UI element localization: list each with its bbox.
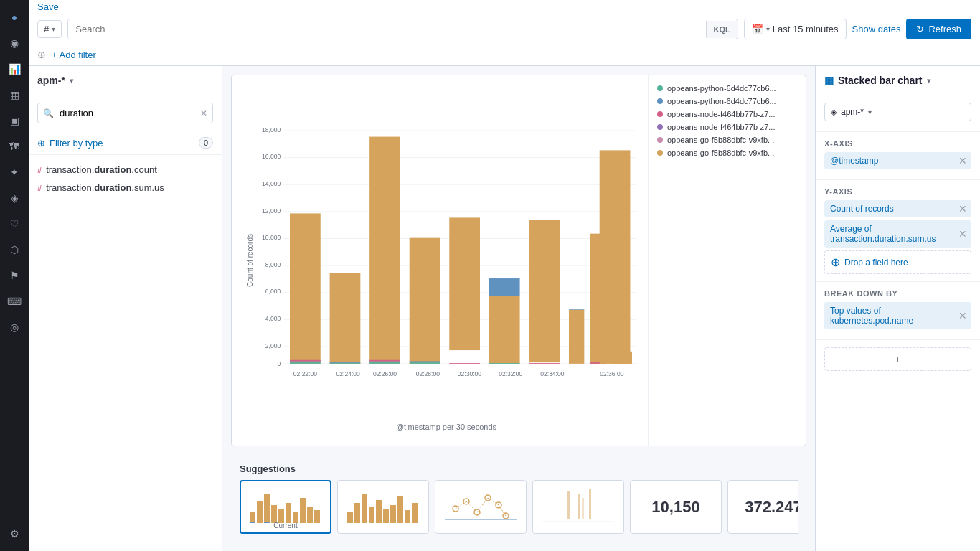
suggestion-card-3[interactable] [435, 480, 527, 534]
breakdown-remove-button[interactable]: ✕ [958, 311, 967, 321]
svg-rect-76 [397, 496, 403, 523]
svg-line-90 [499, 505, 506, 516]
field-item[interactable]: # transaction.duration.sum.us [29, 179, 222, 197]
right-panel: ▦ Stacked bar chart ▾ ◈ apm-* ▾ X-axis @… [815, 66, 980, 551]
refresh-button[interactable]: ↻ Refresh [906, 19, 971, 39]
svg-text:6,000: 6,000 [265, 288, 281, 295]
field-item[interactable]: # transaction.duration.count [29, 161, 222, 179]
svg-rect-35 [449, 363, 480, 364]
time-selector[interactable]: 📅 ▾ Last 15 minutes [744, 19, 847, 39]
svg-rect-62 [286, 503, 291, 523]
chart-area: Count of records [222, 66, 815, 551]
panel-chevron-icon: ▾ [70, 77, 73, 85]
datasource-section: ◈ apm-* ▾ [816, 95, 980, 132]
sidebar-icon-canvas[interactable]: ▣ [3, 109, 26, 132]
breakdown-section-label: Break down by [824, 289, 971, 298]
legend-label-1: opbeans-python-6d4dc77cb6... [667, 84, 776, 93]
svg-rect-68 [264, 522, 270, 523]
field-search-clear-icon[interactable]: ✕ [200, 108, 207, 118]
chart-type-label: Stacked bar chart [838, 75, 923, 86]
legend-dot-3 [657, 111, 663, 117]
sidebar-icon-maps[interactable]: 🗺 [3, 135, 26, 158]
save-link[interactable]: Save [37, 1, 59, 12]
svg-rect-64 [300, 498, 306, 523]
svg-text:02:22:00: 02:22:00 [293, 370, 317, 377]
x-axis-remove-button[interactable]: ✕ [958, 156, 967, 166]
sidebar-icon-apm[interactable]: ⬡ [3, 238, 26, 261]
workspace: apm-* ▾ 🔍 ✕ ⊕ Filter by type 0 # transac… [29, 66, 980, 551]
suggestion-card-6[interactable]: 372.247 [727, 480, 798, 534]
svg-rect-40 [529, 363, 560, 364]
svg-rect-24 [330, 273, 361, 364]
svg-text:16,000: 16,000 [262, 153, 281, 160]
svg-rect-30 [369, 360, 400, 362]
datasource-label: apm-* [841, 107, 864, 117]
field-hash-icon: # [37, 184, 42, 192]
field-name-1: transaction.duration.count [46, 164, 157, 175]
y-axis-remove-button-2[interactable]: ✕ [958, 229, 967, 239]
suggestions-section: Suggestions [231, 455, 806, 542]
x-axis-section-label: X-axis [824, 139, 971, 148]
svg-text:02:32:00: 02:32:00 [499, 370, 522, 377]
kql-badge[interactable]: KQL [706, 21, 738, 38]
suggestion-card-4[interactable] [532, 480, 624, 534]
sidebar-icon-dashboard[interactable]: ▦ [3, 83, 26, 106]
svg-text:02:36:00: 02:36:00 [600, 370, 623, 377]
sidebar-icon-ml[interactable]: ✦ [3, 161, 26, 184]
add-field-button[interactable]: + [824, 347, 971, 371]
sidebar-icon-monitoring[interactable]: ◎ [3, 316, 26, 339]
suggestion-chart-4 [539, 487, 618, 527]
field-search-input[interactable] [37, 103, 213, 123]
suggestion-chart-2 [344, 487, 423, 527]
chart-main: Count of records [232, 75, 648, 446]
datasource-icon: ◈ [831, 108, 837, 117]
svg-rect-27 [369, 137, 400, 364]
sidebar-icon-devtools[interactable]: ⌨ [3, 290, 26, 313]
sidebar-icon-siem[interactable]: ⚑ [3, 264, 26, 287]
field-search-container: 🔍 ✕ [29, 95, 222, 131]
svg-text:8,000: 8,000 [265, 261, 281, 268]
legend-item-3: opbeans-node-f464bb77b-z7... [657, 110, 797, 118]
suggestion-chart-1 [246, 487, 325, 527]
hash-selector[interactable]: # ▾ [37, 20, 62, 38]
filter-count-badge: 0 [199, 137, 213, 149]
y-axis-field-1: Count of records [830, 204, 894, 214]
sidebar: ● ◉ 📊 ▦ ▣ 🗺 ✦ ◈ ♡ ⬡ ⚑ ⌨ ◎ ⚙ [0, 0, 29, 551]
sidebar-icon-home[interactable]: ● [3, 6, 26, 29]
search-input[interactable] [68, 19, 705, 39]
suggestion-card-2[interactable] [337, 480, 429, 534]
svg-text:4,000: 4,000 [265, 315, 281, 322]
sidebar-icon-uptime[interactable]: ♡ [3, 212, 26, 235]
drop-field-button[interactable]: ⊕ Drop a field here [824, 250, 971, 274]
svg-rect-41 [569, 310, 584, 364]
suggestion-card-5[interactable]: 10,150 [630, 480, 722, 534]
svg-rect-93 [589, 489, 591, 519]
svg-text:02:30:00: 02:30:00 [458, 370, 481, 377]
filter-icon: ⊕ [37, 49, 46, 60]
svg-text:2,000: 2,000 [265, 342, 281, 349]
sidebar-icon-index[interactable]: ◈ [3, 187, 26, 209]
add-filter-button[interactable]: + Add filter [52, 50, 96, 60]
svg-rect-25 [330, 363, 361, 364]
sidebar-icon-discover[interactable]: ◉ [3, 32, 26, 55]
svg-rect-37 [489, 278, 520, 296]
legend-dot-5 [657, 137, 663, 143]
legend-label-5: opbeans-go-f5b88dbfc-v9xfb... [667, 136, 774, 144]
chart-legend: opbeans-python-6d4dc77cb6... opbeans-pyt… [648, 75, 806, 446]
svg-text:10,000: 10,000 [262, 234, 281, 241]
y-axis-remove-button-1[interactable]: ✕ [958, 204, 967, 214]
legend-item-4: opbeans-node-f464bb77b-z7... [657, 123, 797, 131]
top-bar: # ▾ KQL 📅 ▾ Last 15 minutes Show dates ↻… [29, 14, 980, 44]
right-panel-header: ▦ Stacked bar chart ▾ [816, 66, 980, 95]
svg-rect-57 [250, 512, 255, 523]
datasource-chip[interactable]: ◈ apm-* ▾ [824, 103, 971, 121]
suggestion-card-1[interactable]: Current [240, 480, 331, 534]
sidebar-icon-visualize[interactable]: 📊 [3, 57, 26, 80]
svg-rect-75 [390, 505, 396, 523]
field-hash-icon: # [37, 166, 42, 174]
search-bar: KQL [67, 19, 738, 39]
svg-rect-22 [290, 361, 321, 362]
sidebar-icon-settings[interactable]: ⚙ [3, 522, 26, 545]
filter-by-type-button[interactable]: ⊕ Filter by type 0 [29, 131, 222, 155]
show-dates-button[interactable]: Show dates [852, 24, 901, 34]
